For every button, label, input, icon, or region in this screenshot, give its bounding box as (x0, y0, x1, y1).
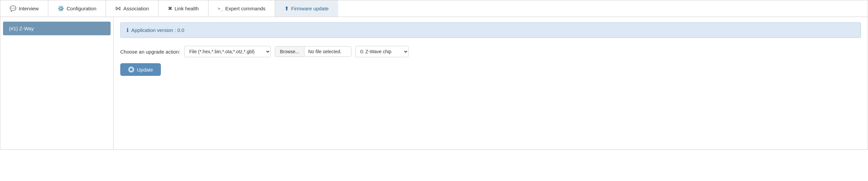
upgrade-action-label: Choose an upgrade action: (120, 49, 180, 55)
update-button-label: Update (137, 67, 153, 73)
tab-expert-commands-label: Expert commands (225, 6, 266, 11)
update-button[interactable]: Update (120, 63, 161, 76)
interview-icon: 💬 (10, 5, 16, 12)
configuration-icon: ⚙️ (58, 5, 64, 12)
tab-association-label: Association (123, 6, 149, 11)
spinner-icon (128, 67, 134, 73)
tab-interview-label: Interview (19, 6, 39, 11)
firmware-panel: ℹ Application version : 0.0 Choose an up… (114, 17, 868, 149)
content-wrapper: (#1) Z-Way ℹ Application version : 0.0 C… (0, 16, 868, 150)
tab-link-health[interactable]: ✖ Link health (159, 0, 209, 16)
tab-expert-commands[interactable]: >_ Expert commands (209, 0, 275, 16)
tab-configuration[interactable]: ⚙️ Configuration (48, 0, 106, 16)
tab-link-health-label: Link health (175, 6, 199, 11)
file-type-select[interactable]: File (*.hex,*.bin,*.ota,*.otz,*.gbl) (184, 46, 271, 57)
tab-association[interactable]: ⋈ Association (106, 0, 159, 16)
upgrade-action-row: Choose an upgrade action: File (*.hex,*.… (120, 46, 861, 57)
tab-configuration-label: Configuration (67, 6, 96, 11)
file-input-group: Browse... No file selected. (275, 46, 351, 57)
association-icon: ⋈ (115, 5, 121, 12)
chip-select[interactable]: 0: Z-Wave chip (355, 46, 409, 57)
expert-commands-icon: >_ (218, 6, 223, 11)
tab-firmware-update-label: Firmware update (291, 6, 329, 11)
tab-interview[interactable]: 💬 Interview (0, 0, 48, 16)
spinner-dot (130, 68, 132, 71)
sidebar: (#1) Z-Way (0, 17, 114, 149)
link-health-icon: ✖ (168, 5, 172, 12)
browse-button[interactable]: Browse... (275, 46, 304, 57)
info-icon: ℹ (127, 27, 129, 33)
app-version-text: Application version : 0.0 (131, 27, 184, 33)
no-file-selected-text: No file selected. (304, 46, 351, 57)
sidebar-item-label: (#1) Z-Way (9, 26, 34, 31)
firmware-update-icon: ⬆ (284, 5, 289, 12)
tab-firmware-update[interactable]: ⬆ Firmware update (275, 0, 338, 16)
sidebar-item-zway[interactable]: (#1) Z-Way (3, 22, 111, 35)
tab-bar: 💬 Interview ⚙️ Configuration ⋈ Associati… (0, 0, 868, 16)
info-banner: ℹ Application version : 0.0 (120, 22, 861, 38)
